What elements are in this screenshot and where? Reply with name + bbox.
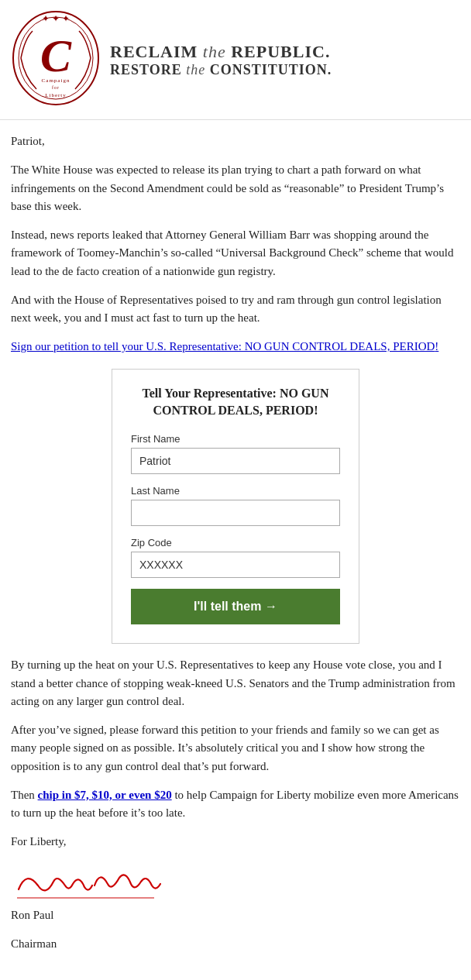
tagline-line2: RESTORE the CONSTITUTION.	[110, 62, 332, 78]
para6-prefix: Then	[11, 789, 38, 801]
paragraph-4: By turning up the heat on your U.S. Repr…	[11, 656, 460, 710]
closing-text: For Liberty,	[11, 833, 460, 851]
zip-code-group: Zip Code	[131, 537, 340, 578]
main-content: Patriot, The White House was expected to…	[0, 120, 471, 976]
paragraph-5: After you’ve signed, please forward this…	[11, 721, 460, 775]
logo: ✦ ✦ ✦ C Campaign for Liberty	[9, 8, 102, 112]
zip-code-label: Zip Code	[131, 537, 340, 548]
svg-text:for: for	[52, 85, 60, 90]
petition-link[interactable]: Sign our petition to tell your U.S. Repr…	[11, 340, 438, 352]
signature-section: For Liberty, Ron Paul Chairman	[11, 833, 460, 953]
page-header: ✦ ✦ ✦ C Campaign for Liberty RECLAIM the…	[0, 0, 471, 120]
svg-text:Campaign: Campaign	[42, 77, 70, 84]
paragraph-3: And with the House of Representatives po…	[11, 291, 460, 328]
first-name-group: First Name	[131, 433, 340, 474]
petition-link-paragraph: Sign our petition to tell your U.S. Repr…	[11, 338, 460, 356]
salutation: Patriot,	[11, 132, 460, 150]
last-name-group: Last Name	[131, 485, 340, 526]
donate-link[interactable]: chip in $7, $10, or even $20	[38, 789, 172, 801]
header-tagline: RECLAIM the REPUBLIC. RESTORE the CONSTI…	[110, 42, 332, 78]
first-name-input[interactable]	[131, 448, 340, 474]
form-title: Tell Your Representative: NO GUN CONTROL…	[131, 385, 340, 420]
first-name-label: First Name	[131, 433, 340, 445]
paragraph-6: Then chip in $7, $10, or even $20 to hel…	[11, 786, 460, 823]
petition-form-box: Tell Your Representative: NO GUN CONTROL…	[112, 369, 359, 645]
paragraph-1: The White House was expected to release …	[11, 161, 460, 215]
signature-title: Chairman	[11, 935, 460, 953]
paragraph-2: Instead, news reports leaked that Attorn…	[11, 226, 460, 280]
last-name-input[interactable]	[131, 500, 340, 526]
svg-text:C: C	[40, 30, 72, 81]
tagline-line1: RECLAIM the REPUBLIC.	[110, 42, 332, 62]
svg-text:Liberty: Liberty	[45, 92, 67, 98]
last-name-label: Last Name	[131, 485, 340, 497]
svg-text:✦ ✦ ✦: ✦ ✦ ✦	[42, 13, 70, 24]
zip-code-input[interactable]	[131, 552, 340, 578]
signature-name: Ron Paul	[11, 906, 460, 924]
submit-button[interactable]: I'll tell them →	[131, 589, 340, 624]
signature-image	[11, 862, 166, 905]
